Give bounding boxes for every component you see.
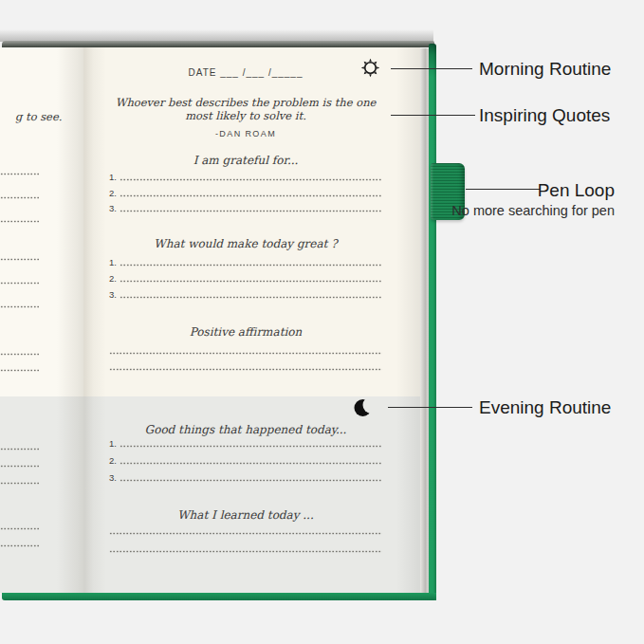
sun-icon — [359, 57, 381, 79]
dotted-line — [0, 305, 39, 308]
book-top-edge — [2, 41, 434, 47]
section-title-affirmation: Positive affirmation — [109, 325, 382, 339]
journal-page: DATE ___ /___ /_____ Whoever best descri… — [83, 47, 420, 593]
journal-entry-line: 3. — [109, 203, 382, 213]
dotted-line — [0, 369, 39, 372]
dotted-line — [0, 220, 39, 223]
journal-entry-line: 1. — [109, 257, 382, 267]
moon-icon — [353, 397, 374, 418]
journal-entry-line: 2. — [109, 455, 382, 466]
label-pen-loop-block: Pen Loop No more searching for pen — [451, 179, 615, 219]
journal-entry-line: 1. — [109, 438, 382, 449]
dotted-line — [0, 448, 39, 451]
journal-entry-line: 2. — [109, 273, 382, 284]
dotted-line — [120, 280, 382, 283]
line-number: 2. — [109, 189, 117, 198]
line-number: 2. — [109, 456, 117, 466]
label-pen-loop: Pen Loop — [451, 179, 615, 201]
inspiring-quote: Whoever best describes the problem is th… — [109, 97, 382, 122]
journal-entry-line: 3. — [109, 472, 382, 483]
callout-line-evening — [388, 407, 472, 408]
quote-line-2: most likely to solve it. — [109, 110, 382, 123]
journal-entry-line: 2. — [109, 188, 382, 198]
section-title-today-great: What would make today great ? — [109, 237, 382, 250]
journal-entry-line: 1. — [109, 172, 382, 182]
line-number: 3. — [109, 473, 117, 483]
section-title-learned: What I learned today ... — [109, 508, 382, 522]
dotted-line — [120, 479, 382, 482]
dotted-line — [0, 465, 39, 468]
dotted-line — [0, 353, 39, 356]
left-page: g to see. — [0, 47, 83, 593]
dotted-line — [109, 550, 382, 553]
dotted-line — [109, 352, 382, 355]
dotted-line — [120, 210, 382, 212]
dotted-line — [0, 544, 39, 547]
dotted-line — [120, 296, 382, 299]
line-number: 1. — [109, 173, 117, 182]
section-title-grateful: I am grateful for... — [109, 154, 382, 167]
green-cover-bottom-edge — [2, 593, 436, 600]
label-pen-loop-subtitle: No more searching for pen — [451, 202, 615, 219]
green-cover-spine — [429, 44, 436, 600]
dotted-line — [120, 445, 382, 448]
dotted-line — [0, 482, 39, 485]
dotted-line — [120, 462, 382, 465]
date-field: DATE ___ /___ /_____ — [109, 67, 382, 78]
journal-entry-line: 3. — [109, 289, 382, 300]
dotted-line — [109, 532, 382, 535]
callout-line-quotes — [391, 115, 475, 116]
section-title-good-things: Good things that happened today... — [109, 423, 382, 436]
dotted-line — [120, 194, 382, 197]
label-evening-routine: Evening Routine — [479, 396, 611, 418]
quote-line-1: Whoever best describes the problem is th… — [109, 97, 382, 110]
dotted-line — [120, 178, 382, 181]
dotted-line — [0, 258, 39, 261]
line-number: 1. — [109, 439, 117, 449]
dotted-line — [0, 282, 39, 285]
dotted-line — [109, 368, 382, 371]
annotated-journal-product-image: g to see. DATE ___ /___ /_____ — [0, 0, 644, 644]
dotted-line — [0, 196, 39, 199]
dotted-line — [0, 527, 39, 530]
line-number: 1. — [109, 258, 117, 267]
left-page-quote-fragment: g to see. — [15, 110, 62, 123]
label-morning-routine: Morning Routine — [479, 58, 611, 80]
line-number: 3. — [109, 204, 117, 213]
dotted-line — [120, 264, 382, 267]
label-inspiring-quotes: Inspiring Quotes — [479, 104, 610, 126]
line-number: 2. — [109, 274, 117, 284]
line-number: 3. — [109, 290, 117, 300]
callout-line-morning — [391, 68, 472, 69]
quote-author: -DAN ROAM — [109, 129, 382, 138]
dotted-line — [0, 173, 39, 175]
